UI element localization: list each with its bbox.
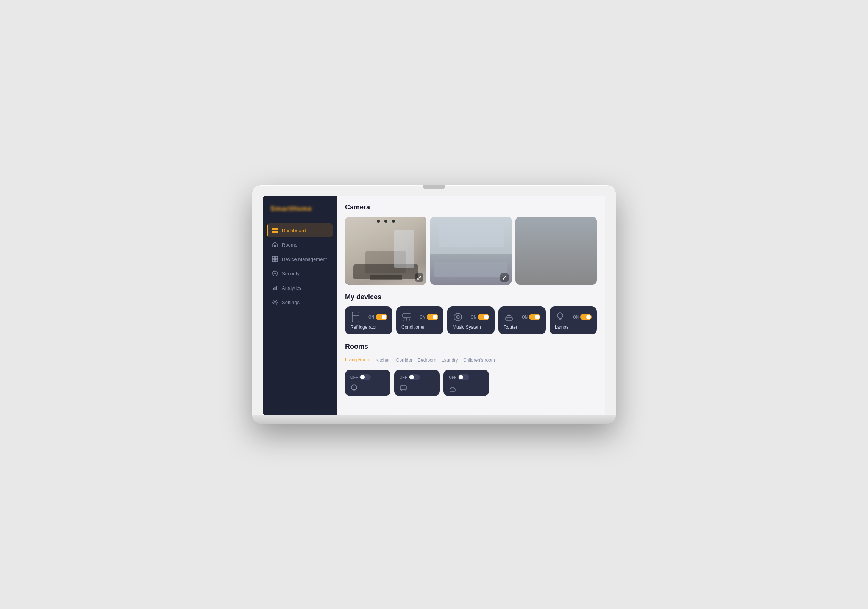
svg-rect-12 xyxy=(275,287,276,290)
laptop-base xyxy=(252,415,616,424)
sidebar-nav: Dashboard Rooms xyxy=(263,223,337,309)
laptop-screen: SmartHome Dashboard xyxy=(263,196,605,415)
svg-rect-11 xyxy=(273,288,274,290)
room-device-header-3: OFF xyxy=(449,374,484,380)
sidebar-item-dashboard[interactable]: Dashboard xyxy=(267,223,333,237)
dashboard-icon xyxy=(272,227,278,233)
device-header-conditioner: ON xyxy=(401,312,438,322)
room-tab-children[interactable]: Children's room xyxy=(463,356,495,364)
devices-grid: ON Refridgerator xyxy=(345,306,597,334)
svg-rect-0 xyxy=(272,228,275,230)
sidebar-item-label: Settings xyxy=(282,300,300,305)
room-tab-laundry[interactable]: Laundry xyxy=(442,356,458,364)
room-dev-2-status: OFF xyxy=(400,375,407,379)
conditioner-toggle[interactable] xyxy=(427,314,438,320)
room-cards: OFF xyxy=(345,370,597,396)
svg-rect-32 xyxy=(400,386,406,390)
settings-icon xyxy=(272,299,278,305)
lamps-status: ON xyxy=(573,315,579,319)
expand-icon-2[interactable] xyxy=(500,273,509,282)
sidebar-item-rooms[interactable]: Rooms xyxy=(267,238,333,251)
rooms-icon xyxy=(272,242,278,248)
room-device-header-1: OFF xyxy=(350,374,385,380)
svg-rect-8 xyxy=(275,259,278,262)
svg-line-20 xyxy=(404,319,404,320)
room-dev-3-toggle[interactable] xyxy=(458,374,469,380)
router-toggle[interactable] xyxy=(529,314,540,320)
sidebar-item-label: Device Management xyxy=(282,256,327,262)
fridge-icon xyxy=(350,312,361,322)
lamp-icon xyxy=(555,312,565,322)
camera-card-2[interactable] xyxy=(430,217,512,285)
cam1-visual xyxy=(345,217,426,285)
router-status: ON xyxy=(522,315,528,319)
room-device-card-1[interactable]: OFF xyxy=(345,370,390,396)
sidebar-item-device-management[interactable]: Device Management xyxy=(267,252,333,266)
security-icon xyxy=(272,270,278,276)
music-toggle[interactable] xyxy=(478,314,489,320)
fridge-status: ON xyxy=(368,315,374,319)
lamps-name: Lamps xyxy=(555,325,592,330)
room-tab-corridor[interactable]: Corridor xyxy=(396,356,412,364)
devices-section-title: My devices xyxy=(345,293,597,301)
camera-card-3[interactable] xyxy=(515,217,597,285)
toggle-wrap-conditioner: ON xyxy=(420,314,438,320)
camera-card-1[interactable]: Living Room Temperature 25°C − 05°C xyxy=(345,217,426,285)
camera-section: Camera xyxy=(345,203,597,285)
device-card-router[interactable]: ON Router xyxy=(498,306,546,334)
room-device-header-2: OFF xyxy=(400,374,434,380)
analytics-icon xyxy=(272,285,278,291)
room-device-status-2: OFF xyxy=(400,374,420,380)
room-device-card-3[interactable]: OFF xyxy=(443,370,489,396)
sidebar-item-label: Security xyxy=(282,271,300,276)
svg-rect-19 xyxy=(403,314,411,317)
music-name: Music System xyxy=(453,325,489,330)
router-icon xyxy=(504,312,514,322)
conditioner-icon xyxy=(401,312,412,322)
camera-grid: Living Room Temperature 25°C − 05°C xyxy=(345,217,597,285)
room-device-status-1: OFF xyxy=(350,374,371,380)
window xyxy=(394,230,414,268)
svg-rect-15 xyxy=(352,312,359,322)
toggle-wrap-fridge: ON xyxy=(368,314,387,320)
svg-rect-35 xyxy=(450,389,455,391)
room-dev-2-icon xyxy=(400,384,434,392)
svg-rect-26 xyxy=(506,317,512,320)
main-content: Camera xyxy=(337,196,605,415)
svg-point-27 xyxy=(507,319,508,320)
room-dev-1-toggle[interactable] xyxy=(359,374,371,380)
svg-line-22 xyxy=(409,319,410,320)
room-tab-living[interactable]: Living Room xyxy=(345,356,370,364)
device-card-lamps[interactable]: ON Lamps xyxy=(550,306,597,334)
track-1 xyxy=(377,220,380,223)
laptop-frame: SmartHome Dashboard xyxy=(252,185,616,424)
device-header-fridge: ON xyxy=(350,312,387,322)
device-mgmt-icon xyxy=(272,256,278,262)
room-device-card-2[interactable]: OFF xyxy=(394,370,440,396)
track-2 xyxy=(384,220,387,223)
device-card-fridge[interactable]: ON Refridgerator xyxy=(345,306,392,334)
room-dev-2-toggle[interactable] xyxy=(409,374,420,380)
rooms-section: Rooms Living Room Kitchen Corridor Bedro… xyxy=(345,343,597,396)
room-tab-kitchen[interactable]: Kitchen xyxy=(376,356,391,364)
ceiling-tracks xyxy=(377,220,395,223)
sidebar-item-settings[interactable]: Settings xyxy=(267,295,333,309)
coffee-table xyxy=(370,275,402,280)
sidebar-item-analytics[interactable]: Analytics xyxy=(267,281,333,295)
fridge-toggle[interactable] xyxy=(376,314,387,320)
toggle-wrap-music: ON xyxy=(471,314,489,320)
sidebar-item-security[interactable]: Security xyxy=(267,267,333,280)
room-device-status-3: OFF xyxy=(449,374,469,380)
expand-icon-1[interactable] xyxy=(415,273,423,282)
lamps-toggle[interactable] xyxy=(580,314,592,320)
room-dev-3-status: OFF xyxy=(449,375,456,379)
room-tab-bedroom[interactable]: Bedroom xyxy=(418,356,436,364)
device-card-conditioner[interactable]: ON Conditioner xyxy=(396,306,443,334)
room-dev-1-icon xyxy=(350,384,385,392)
rooms-section-title: Rooms xyxy=(345,343,597,351)
svg-rect-13 xyxy=(276,286,277,290)
device-card-music[interactable]: ON Music System xyxy=(447,306,495,334)
sidebar-item-label: Analytics xyxy=(282,285,301,291)
music-status: ON xyxy=(471,315,476,319)
svg-rect-1 xyxy=(275,228,278,230)
